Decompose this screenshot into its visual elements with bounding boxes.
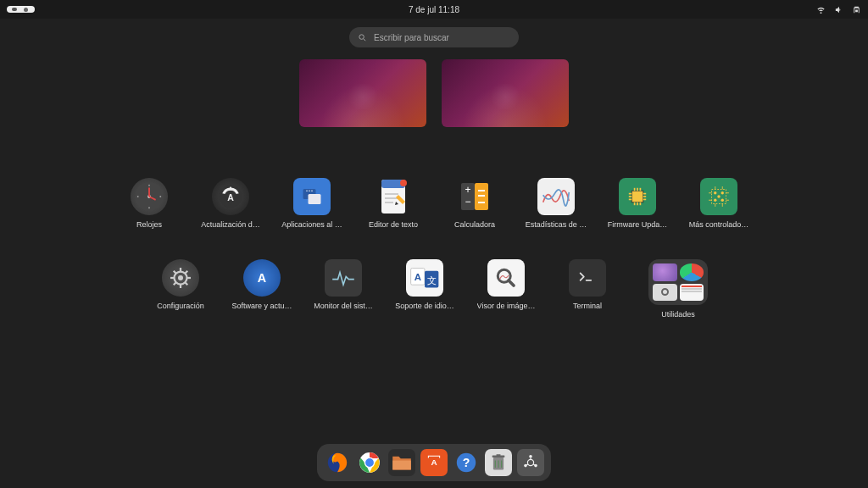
svg-rect-0 bbox=[12, 8, 17, 11]
updater-icon: A bbox=[212, 178, 249, 215]
app-label: Editor de texto bbox=[369, 220, 418, 229]
store-icon: A bbox=[425, 453, 443, 472]
svg-point-68 bbox=[178, 275, 183, 280]
app-text-editor[interactable]: Editor de texto bbox=[373, 178, 414, 229]
dock-trash[interactable] bbox=[485, 449, 512, 476]
chrome-icon bbox=[358, 451, 381, 474]
help-icon: ? bbox=[454, 451, 478, 474]
terminal-icon bbox=[569, 259, 606, 297]
search-placeholder: Escribir para buscar bbox=[374, 33, 449, 42]
app-label: Estadísticas de … bbox=[526, 220, 587, 229]
app-settings[interactable]: Configuración bbox=[160, 259, 201, 319]
dock-chrome[interactable] bbox=[356, 449, 383, 476]
svg-point-88 bbox=[527, 459, 533, 465]
svg-point-16 bbox=[306, 191, 308, 192]
wifi-icon bbox=[816, 5, 826, 14]
svg-point-47 bbox=[721, 191, 724, 194]
stats-icon bbox=[537, 178, 575, 215]
app-power-stats[interactable]: Estadísticas de … bbox=[536, 178, 576, 229]
svg-line-66 bbox=[174, 282, 176, 285]
svg-point-17 bbox=[309, 191, 310, 192]
svg-line-67 bbox=[185, 271, 187, 274]
trash-icon bbox=[490, 453, 507, 472]
clock-icon bbox=[131, 178, 168, 215]
svg-text:A: A bbox=[431, 458, 437, 467]
svg-rect-32 bbox=[632, 191, 643, 202]
text-editor-icon bbox=[375, 178, 412, 215]
app-software-sources[interactable]: A Software y actu… bbox=[242, 259, 282, 319]
svg-text:?: ? bbox=[463, 456, 470, 469]
app-system-monitor[interactable]: Monitor del sist… bbox=[323, 259, 364, 319]
activities-pill[interactable] bbox=[7, 6, 35, 13]
app-software-updater[interactable]: A Actualización d… bbox=[210, 178, 251, 229]
svg-point-9 bbox=[148, 207, 150, 208]
svg-point-49 bbox=[721, 199, 724, 202]
svg-point-48 bbox=[714, 199, 716, 202]
svg-line-2 bbox=[364, 38, 365, 40]
firefox-icon bbox=[326, 451, 349, 474]
dock-software-store[interactable]: A bbox=[420, 449, 448, 476]
gear-icon bbox=[162, 259, 199, 297]
svg-point-7 bbox=[148, 185, 150, 186]
monitor-icon bbox=[325, 259, 362, 297]
app-label: Más controlado… bbox=[689, 220, 749, 229]
svg-rect-30 bbox=[478, 195, 485, 197]
search-icon bbox=[358, 33, 367, 42]
svg-text:+: + bbox=[465, 184, 470, 196]
dock-files[interactable] bbox=[388, 449, 415, 476]
dock-show-apps[interactable] bbox=[517, 449, 544, 476]
svg-text:A: A bbox=[227, 192, 234, 202]
svg-point-10 bbox=[137, 196, 139, 197]
show-apps-icon bbox=[520, 452, 541, 473]
app-label: Terminal bbox=[573, 302, 602, 310]
svg-point-46 bbox=[714, 191, 716, 194]
svg-rect-29 bbox=[478, 190, 485, 191]
app-label: Firmware Upda… bbox=[608, 220, 668, 229]
dock: A ? bbox=[317, 444, 551, 481]
workspace-thumbnail[interactable] bbox=[299, 59, 426, 127]
svg-line-64 bbox=[174, 271, 176, 274]
status-area[interactable] bbox=[816, 5, 861, 14]
language-icon: A文 bbox=[406, 259, 443, 297]
image-viewer-icon bbox=[487, 259, 525, 297]
svg-point-50 bbox=[717, 195, 720, 197]
app-startup-apps[interactable]: Aplicaciones al … bbox=[292, 178, 332, 229]
clock[interactable]: 7 de jul 11:18 bbox=[409, 5, 459, 14]
folder-icon bbox=[648, 259, 708, 305]
dock-help[interactable]: ? bbox=[453, 449, 480, 476]
app-additional-drivers[interactable]: Más controlado… bbox=[698, 178, 739, 229]
app-label: Aplicaciones al … bbox=[281, 220, 342, 229]
workspace-thumbnail[interactable] bbox=[442, 59, 569, 127]
app-clocks[interactable]: Relojes bbox=[129, 178, 170, 229]
svg-rect-21 bbox=[385, 193, 398, 195]
app-utilities-folder[interactable]: Utilidades bbox=[648, 259, 708, 319]
svg-text:A: A bbox=[258, 271, 266, 285]
dock-firefox[interactable] bbox=[324, 449, 351, 476]
search-input[interactable]: Escribir para buscar bbox=[349, 27, 519, 47]
files-icon bbox=[392, 454, 412, 471]
svg-rect-23 bbox=[385, 202, 393, 203]
svg-rect-87 bbox=[497, 454, 501, 456]
software-sources-icon: A bbox=[243, 259, 281, 297]
svg-rect-31 bbox=[478, 202, 485, 203]
svg-text:文: 文 bbox=[427, 275, 437, 286]
firmware-icon bbox=[619, 178, 656, 215]
app-calculator[interactable]: +− Calculadora bbox=[454, 178, 495, 229]
app-label: Configuración bbox=[157, 302, 204, 310]
calculator-icon: +− bbox=[456, 178, 493, 215]
svg-point-1 bbox=[359, 34, 364, 39]
app-language-support[interactable]: A文 Soporte de idio… bbox=[404, 259, 445, 319]
battery-icon bbox=[852, 5, 861, 14]
svg-point-89 bbox=[529, 455, 532, 458]
app-label: Software y actu… bbox=[231, 302, 292, 310]
svg-text:−: − bbox=[465, 196, 470, 208]
app-label: Soporte de idio… bbox=[395, 302, 454, 310]
app-grid: Relojes A Actualización d… Aplicaciones … bbox=[0, 178, 868, 319]
svg-line-93 bbox=[533, 464, 535, 465]
svg-point-8 bbox=[159, 196, 161, 197]
app-terminal[interactable]: Terminal bbox=[567, 259, 608, 319]
drivers-icon bbox=[700, 178, 737, 215]
app-firmware-updater[interactable]: Firmware Upda… bbox=[617, 178, 658, 229]
svg-line-65 bbox=[185, 282, 187, 285]
app-image-viewer[interactable]: Visor de imáge… bbox=[486, 259, 526, 319]
